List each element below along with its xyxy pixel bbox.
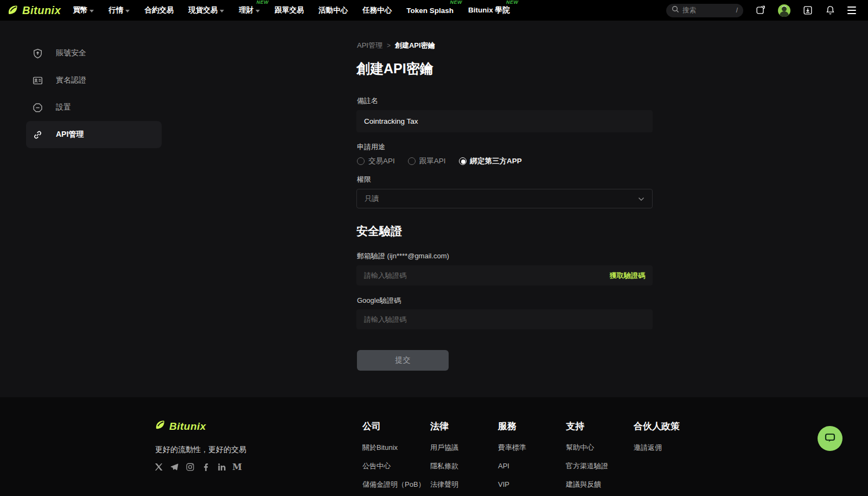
chat-support-button[interactable] xyxy=(818,426,843,451)
footer-column-title: 支持 xyxy=(566,420,634,433)
footer-link[interactable]: 官方渠道驗證 xyxy=(566,462,634,469)
sidebar-item-label: API管理 xyxy=(56,130,84,139)
shield-icon xyxy=(33,48,43,59)
email-code-field: 獲取驗證碼 xyxy=(356,265,653,285)
google-code-field xyxy=(356,309,653,329)
footer-column-title: 合伙人政策 xyxy=(634,420,701,433)
google-code-label: Google驗證碼 xyxy=(357,296,401,306)
nav-item[interactable]: 理財NEW xyxy=(239,0,260,21)
footer-link[interactable]: 隱私條款 xyxy=(430,462,498,469)
nav-item-label: 活動中心 xyxy=(318,5,348,15)
menu-icon[interactable] xyxy=(847,7,856,14)
footer-link[interactable]: 公告中心 xyxy=(362,462,430,469)
purpose-radio[interactable]: 綁定第三方APP xyxy=(459,156,522,166)
footer-column-title: 法律 xyxy=(430,420,498,433)
chevron-down-icon xyxy=(90,10,94,12)
social-instagram-icon[interactable] xyxy=(186,462,194,471)
footer-link[interactable]: 建議與反饋 xyxy=(566,481,634,488)
social-linkedin-icon[interactable] xyxy=(217,462,226,471)
nav-item[interactable]: 現貨交易 xyxy=(188,0,224,21)
nav-item[interactable]: Token SplashNEW xyxy=(406,0,454,21)
footer-link[interactable]: 關於Bitunix xyxy=(362,444,430,451)
permission-select[interactable]: 只讀 xyxy=(356,189,653,208)
purpose-radio[interactable]: 交易API xyxy=(357,156,395,166)
search-input[interactable]: 搜索 / xyxy=(666,4,743,17)
sidebar-item-api-link[interactable]: API管理 xyxy=(26,121,162,148)
footer-link[interactable]: 用戶協議 xyxy=(430,444,498,451)
nav-item-label: 買幣 xyxy=(73,5,87,15)
nav-item[interactable]: 合約交易 xyxy=(144,0,174,21)
footer-column-title: 公司 xyxy=(362,420,430,433)
footer-link[interactable]: 費率標準 xyxy=(498,444,566,451)
footer-columns: 公司關於Bitunix公告中心儲備金證明（PoB）法律用戶協議隱私條款法律聲明服… xyxy=(362,397,701,488)
chevron-right-icon: > xyxy=(387,42,391,49)
social-medium-icon[interactable]: M xyxy=(233,462,241,471)
permission-label: 權限 xyxy=(357,175,371,185)
footer-logo-icon xyxy=(155,419,166,433)
nav-item[interactable]: 買幣 xyxy=(73,0,94,21)
social-telegram-icon[interactable] xyxy=(170,462,178,471)
submit-button[interactable]: 提交 xyxy=(357,350,449,371)
chevron-down-icon xyxy=(125,10,130,12)
nav-item[interactable]: 任務中心 xyxy=(362,0,392,21)
nav-item[interactable]: 活動中心 xyxy=(318,0,348,21)
social-x-icon[interactable] xyxy=(154,462,163,471)
nav-item[interactable]: Bitunix 學院NEW xyxy=(468,0,510,21)
api-link-icon xyxy=(33,130,43,140)
orders-icon[interactable] xyxy=(755,5,766,16)
breadcrumb-parent[interactable]: API管理 xyxy=(357,41,382,50)
nav-item-label: 現貨交易 xyxy=(188,5,218,15)
nav-item-label: 跟單交易 xyxy=(275,5,304,15)
bitunix-logo-text: Bitunix xyxy=(22,4,61,17)
footer-link[interactable]: 儲備金證明（PoB） xyxy=(362,481,430,488)
footer-link[interactable]: VIP xyxy=(498,481,566,488)
purpose-radio[interactable]: 跟單API xyxy=(408,156,446,166)
sidebar-item-shield[interactable]: 賬號安全 xyxy=(26,40,162,67)
footer-logo-text: Bitunix xyxy=(169,421,206,433)
chevron-down-icon xyxy=(638,194,644,204)
email-code-input[interactable] xyxy=(356,271,610,279)
nav-item-label: Bitunix 學院 xyxy=(468,5,510,15)
footer-link[interactable]: 幫助中心 xyxy=(566,444,634,451)
search-shortcut-key: / xyxy=(736,7,738,14)
main-content: API管理 > 創建API密鑰 創建API密鑰 備註名 申請用途 交易API跟單… xyxy=(356,21,653,397)
nav-item-label: 合約交易 xyxy=(144,5,174,15)
bitunix-logo[interactable]: Bitunix xyxy=(7,4,61,17)
top-nav: Bitunix 買幣行情合約交易現貨交易理財NEW跟單交易活動中心任務中心Tok… xyxy=(0,0,868,21)
google-code-input[interactable] xyxy=(356,315,653,323)
avatar[interactable] xyxy=(778,4,790,17)
nav-item[interactable]: 行情 xyxy=(108,0,130,21)
get-code-button[interactable]: 獲取驗證碼 xyxy=(610,271,653,281)
nav-right: 搜索 / xyxy=(666,4,856,17)
footer-logo[interactable]: Bitunix xyxy=(155,419,206,433)
sidebar-item-id-card[interactable]: 實名認證 xyxy=(26,67,162,94)
breadcrumb: API管理 > 創建API密鑰 xyxy=(357,41,435,50)
social-links: M xyxy=(154,462,241,471)
note-name-label: 備註名 xyxy=(357,96,378,106)
footer-link[interactable]: 法律聲明 xyxy=(430,481,498,488)
breadcrumb-current: 創建API密鑰 xyxy=(395,41,435,50)
footer-link[interactable]: 邀請返佣 xyxy=(634,444,701,451)
note-name-input[interactable] xyxy=(356,110,653,132)
social-facebook-icon[interactable] xyxy=(201,462,210,471)
search-placeholder: 搜索 xyxy=(682,6,733,15)
sidebar-item-label: 設置 xyxy=(56,103,71,112)
footer-link[interactable]: API xyxy=(498,462,566,469)
download-app-icon[interactable] xyxy=(802,5,813,16)
nav-item[interactable]: 跟單交易 xyxy=(275,0,304,21)
sidebar-item-label: 賬號安全 xyxy=(56,48,86,58)
new-badge: NEW xyxy=(257,0,269,5)
radio-unselected-icon xyxy=(357,157,365,165)
footer-column: 合伙人政策邀請返佣 xyxy=(634,397,701,488)
footer-tagline: 更好的流動性，更好的交易 xyxy=(155,445,246,455)
bell-icon[interactable] xyxy=(825,5,835,16)
footer-column: 支持幫助中心官方渠道驗證建議與反饋 xyxy=(566,397,634,488)
permission-selected-value: 只讀 xyxy=(365,194,638,204)
radio-unselected-icon xyxy=(408,157,416,165)
purpose-radio-label: 綁定第三方APP xyxy=(470,156,522,166)
new-badge: NEW xyxy=(506,0,519,5)
sidebar-item-settings[interactable]: 設置 xyxy=(26,94,162,121)
chevron-down-icon xyxy=(256,10,260,12)
nav-item-label: Token Splash xyxy=(406,7,454,15)
settings-sidebar: 賬號安全實名認證設置API管理 xyxy=(26,40,162,148)
